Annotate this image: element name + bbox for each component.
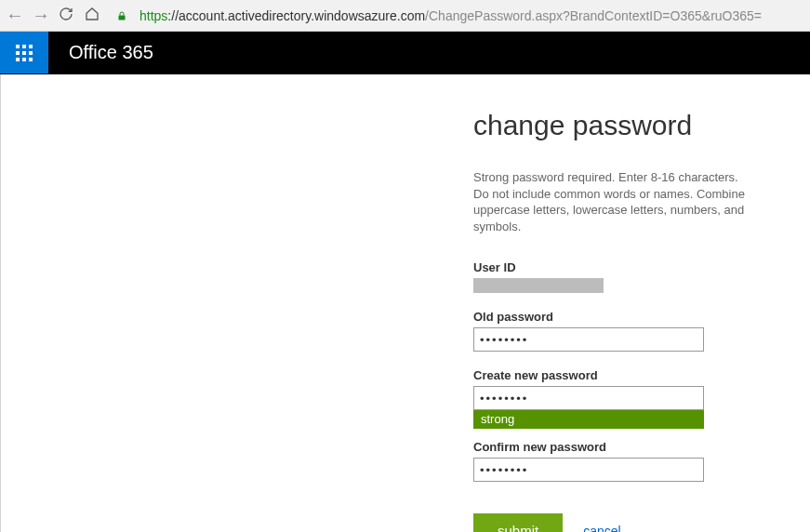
- password-strength-indicator: strong: [473, 410, 704, 429]
- back-button[interactable]: ←: [6, 5, 22, 26]
- svg-rect-0: [119, 15, 126, 20]
- lock-icon: [115, 9, 128, 22]
- user-id-block: User ID: [473, 260, 762, 293]
- confirm-password-input[interactable]: [473, 458, 704, 482]
- old-password-label: Old password: [473, 310, 762, 324]
- submit-button[interactable]: submit: [473, 513, 563, 532]
- new-password-input[interactable]: [473, 386, 704, 410]
- home-button[interactable]: [84, 7, 100, 25]
- old-password-block: Old password: [473, 310, 762, 352]
- browser-toolbar: ← → https://account.activedirectory.wind…: [0, 0, 810, 32]
- confirm-password-label: Confirm new password: [473, 440, 762, 454]
- waffle-icon: [16, 45, 33, 61]
- cancel-link[interactable]: cancel: [583, 524, 620, 532]
- brand-title: Office 365: [48, 32, 153, 73]
- reload-button[interactable]: [58, 7, 74, 25]
- forward-button[interactable]: →: [32, 5, 48, 26]
- page-title: change password: [473, 110, 762, 141]
- new-password-label: Create new password: [473, 368, 762, 382]
- confirm-password-block: Confirm new password: [473, 440, 762, 482]
- change-password-form: change password Strong password required…: [473, 110, 762, 532]
- password-requirements-text: Strong password required. Enter 8-16 cha…: [473, 169, 752, 234]
- address-bar[interactable]: https://account.activedirectory.windowsa…: [139, 8, 762, 23]
- user-id-label: User ID: [473, 260, 762, 274]
- url-host: ://account.activedirectory.windowsazure.…: [167, 8, 425, 23]
- form-actions: submit cancel: [473, 513, 762, 532]
- user-id-value: [473, 278, 604, 293]
- url-path: /ChangePassword.aspx?BrandContextID=O365…: [425, 8, 762, 23]
- page-content: change password Strong password required…: [0, 74, 810, 532]
- app-launcher-button[interactable]: [0, 32, 48, 73]
- app-header: Office 365: [0, 32, 810, 74]
- new-password-block: Create new password strong: [473, 368, 762, 429]
- url-scheme: https: [139, 8, 167, 23]
- old-password-input[interactable]: [473, 327, 704, 352]
